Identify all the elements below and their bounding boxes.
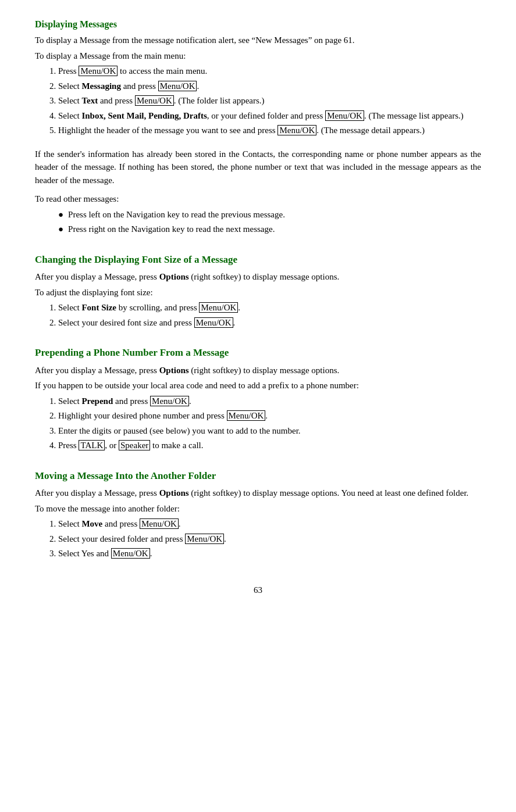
list-item: Press left on the Navigation key to read… [58,208,481,221]
section-prepending: Prepending a Phone Number From a Message… [35,345,481,452]
heading-prepending: Prepending a Phone Number From a Message [35,345,481,360]
displaying-body1: If the sender's information has already … [35,148,481,187]
prepend-intro2: If you happen to be outside your local a… [35,379,481,392]
list-item: Press TALK, or Speaker to make a call. [58,439,481,452]
list-item: Select your desired font size and press … [58,316,481,330]
bold-folders: Inbox, Sent Mail, Pending, Drafts [81,111,207,120]
list-item: Select Font Size by scrolling, and press… [58,301,481,314]
boxed-menuok: Menu/OK [111,548,150,559]
heading-displaying-messages: Displaying Messages [35,17,481,31]
list-item: Select Text and press Menu/OK. (The fold… [58,94,481,108]
bold-text: Text [81,96,98,105]
list-item: Enter the digits or paused (see below) y… [58,424,481,438]
displaying-steps-list: Press Menu/OK to access the main menu. S… [58,65,481,137]
bold-move: Move [81,519,102,528]
list-item: Press right on the Navigation key to rea… [58,223,481,236]
displaying-bullets: Press left on the Navigation key to read… [58,208,481,236]
bold-options: Options [159,366,189,375]
step-text: Select Yes and Menu/OK. [58,548,152,559]
bullet-text: Press left on the Navigation key to read… [68,210,285,219]
boxed-menuok: Menu/OK [140,518,179,529]
heading-changing-font-size: Changing the Displaying Font Size of a M… [35,252,481,267]
boxed-menuok: Menu/OK [194,317,233,328]
boxed-menuok: Menu/OK [150,396,189,406]
list-item: Select Messaging and press Menu/OK. [58,80,481,93]
prepend-intro1: After you display a Message, press Optio… [35,364,481,377]
step-text: Select Inbox, Sent Mail, Pending, Drafts… [58,110,464,121]
step-text: Select your desired folder and press Men… [58,534,226,544]
list-item: Press Menu/OK to access the main menu. [58,65,481,78]
bold-messaging: Messaging [81,81,121,91]
boxed-menuok: Menu/OK [185,534,224,544]
step-text: Highlight the header of the message you … [58,125,425,135]
section-moving-message: Moving a Message Into the Another Folder… [35,468,481,560]
list-item: Select Prepend and press Menu/OK. [58,395,481,408]
list-item: Select your desired folder and press Men… [58,532,481,546]
boxed-menuok: Menu/OK [277,125,316,135]
bold-options: Options [159,488,189,498]
displaying-intro1: To display a Message from the message no… [35,34,481,47]
boxed-menuok: Menu/OK [135,95,174,106]
step-text: Select Text and press Menu/OK. (The fold… [58,95,265,106]
step-text: Highlight your desired phone number and … [58,410,268,421]
boxed-menuok: Menu/OK [199,302,238,313]
list-item: Select Move and press Menu/OK. [58,517,481,531]
list-item: Select Inbox, Sent Mail, Pending, Drafts… [58,109,481,123]
step-text: Select Font Size by scrolling, and press… [58,302,240,313]
boxed-menuok: Menu/OK [227,410,266,421]
boxed-speaker: Speaker [119,440,150,450]
step-text: Press Menu/OK to access the main menu. [58,66,207,76]
move-steps-list: Select Move and press Menu/OK. Select yo… [58,517,481,560]
step-text: Select Messaging and press Menu/OK. [58,81,199,91]
font-intro1: After you display a Message, press Optio… [35,270,481,284]
move-intro1: After you display a Message, press Optio… [35,487,481,500]
step-text: Select Prepend and press Menu/OK. [58,396,191,406]
boxed-menuok: Menu/OK [79,66,118,76]
list-item: Select Yes and Menu/OK. [58,547,481,560]
prepend-steps-list: Select Prepend and press Menu/OK. Highli… [58,395,481,452]
boxed-talk: TALK [79,440,105,450]
font-steps-list: Select Font Size by scrolling, and press… [58,301,481,329]
step-text: Enter the digits or paused (see below) y… [58,426,301,435]
heading-moving-message: Moving a Message Into the Another Folder [35,468,481,484]
bold-options: Options [159,272,189,281]
step-text: Select Move and press Menu/OK. [58,518,181,529]
page-number: 63 [35,584,481,597]
displaying-body2: To read other messages: [35,192,481,206]
list-item: Highlight the header of the message you … [58,124,481,137]
list-item: Highlight your desired phone number and … [58,409,481,423]
boxed-menuok: Menu/OK [325,110,364,121]
bullet-text: Press right on the Navigation key to rea… [68,224,275,234]
font-intro2: To adjust the displaying font size: [35,286,481,299]
displaying-intro2: To display a Message from the main menu: [35,49,481,63]
move-intro2: To move the message into another folder: [35,502,481,516]
step-text: Select your desired font size and press … [58,317,235,328]
bold-prepend: Prepend [81,396,113,406]
section-changing-font-size: Changing the Displaying Font Size of a M… [35,252,481,330]
step-text: Press TALK, or Speaker to make a call. [58,440,204,450]
boxed-menuok: Menu/OK [158,81,197,91]
bold-fontsize: Font Size [81,303,116,312]
section-displaying-messages: Displaying Messages To display a Message… [35,17,481,236]
